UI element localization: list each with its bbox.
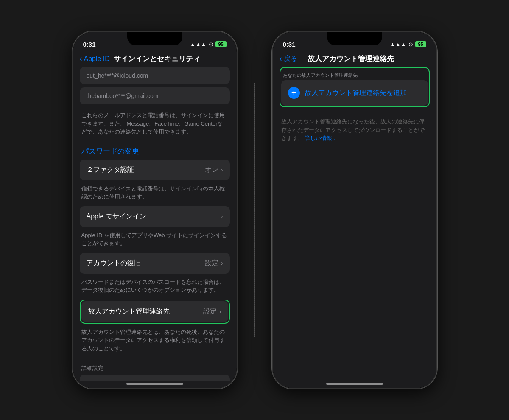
- right-wifi-icon: ⊙: [408, 41, 413, 48]
- right-back-button[interactable]: ‹ 戻る: [280, 54, 297, 63]
- back-chevron-icon: ‹: [80, 54, 82, 63]
- email-item-2: thebamboo****@gmail.com: [80, 87, 230, 104]
- legacy-contact-item[interactable]: 故人アカウント管理連絡先 設定 ›: [81, 301, 228, 322]
- left-screen: 0:31 ▲▲▲ ⊙ 95 ‹ Apple ID サインインとセキュリティ ou…: [73, 32, 237, 388]
- notch: [127, 32, 182, 45]
- account-recovery-item[interactable]: アカウントの復旧 設定 ›: [80, 253, 230, 274]
- battery-indicator: 95: [215, 41, 227, 47]
- two-factor-chevron-icon: ›: [221, 166, 223, 173]
- left-phone: 0:31 ▲▲▲ ⊙ 95 ‹ Apple ID サインインとセキュリティ ou…: [72, 31, 238, 389]
- legacy-contact-label: 故人アカウント管理連絡先: [88, 307, 170, 316]
- content-area: out_he****@icloud.com thebamboo****@gmai…: [73, 67, 237, 381]
- status-icons: ▲▲▲ ⊙ 95: [190, 41, 227, 48]
- account-recovery-right: 設定 ›: [205, 259, 223, 268]
- apple-signin-item[interactable]: Apple でサインイン ›: [80, 206, 230, 227]
- apple-signin-right: ›: [221, 213, 223, 220]
- right-back-label: 戻る: [284, 54, 297, 63]
- right-status-icons: ▲▲▲ ⊙ 95: [390, 41, 426, 48]
- add-contact-button[interactable]: + 故人アカウント管理連絡先を追加: [281, 80, 428, 106]
- account-recovery-desc: パスワードまたはデバイスのパスコードを忘れた場合は、データ復旧のためにいくつかの…: [80, 275, 230, 300]
- right-nav-bar: ‹ 戻る 故人アカウント管理連絡先: [273, 52, 436, 67]
- legacy-contact-right: 設定 ›: [203, 307, 221, 316]
- email-2-text: thebamboo****@gmail.com: [87, 92, 159, 99]
- apple-signin-label: Apple でサインイン: [87, 212, 146, 221]
- account-recovery-label: アカウントの復旧: [87, 259, 141, 268]
- email-item-1: out_he****@icloud.com: [80, 67, 230, 84]
- right-content-area: あなたの故人アカウント管理連絡先 + 故人アカウント管理連絡先を追加 故人アカウ…: [273, 67, 436, 381]
- auto-auth-toggle[interactable]: [201, 381, 223, 381]
- legacy-contact-desc: 故人アカウント管理連絡先とは、あなたの死後、あなたのアカウントのデータにアクセス…: [80, 325, 230, 358]
- right-desc-content: 故人アカウント管理連絡先になった後、故人の連絡先に保存されたデータにアクセスして…: [281, 118, 425, 141]
- right-battery-indicator: 95: [415, 41, 426, 47]
- status-time: 0:31: [83, 41, 96, 48]
- right-phone: 0:31 ▲▲▲ ⊙ 95 ‹ 戻る 故人アカウント管理連絡先 あなたの故人アカ…: [272, 31, 437, 389]
- plus-icon: +: [288, 87, 300, 99]
- signal-icon: ▲▲▲: [190, 41, 207, 48]
- right-signal-icon: ▲▲▲: [390, 41, 406, 48]
- email-1-text: out_he****@icloud.com: [87, 72, 148, 79]
- right-learn-more-link[interactable]: 詳しい情報...: [305, 135, 337, 141]
- email-info-text: これらのメールアドレスと電話番号は、サインインに使用できます。また、iMessa…: [80, 108, 230, 143]
- nav-title: サインインとセキュリティ: [114, 54, 226, 64]
- legacy-contact-value: 設定: [203, 307, 217, 316]
- account-recovery-value: 設定: [205, 259, 218, 268]
- two-factor-label: ２ファクタ認証: [87, 165, 134, 174]
- password-section-header[interactable]: パスワードの変更: [80, 143, 230, 160]
- two-factor-value: オン: [205, 165, 218, 174]
- two-factor-desc: 信頼できるデバイスと電話番号は、サインイン時の本人確認のために使用されます。: [80, 182, 230, 206]
- back-label: Apple ID: [84, 55, 110, 63]
- right-back-chevron-icon: ‹: [280, 54, 282, 63]
- right-desc-text: 故人アカウント管理連絡先になった後、故人の連絡先に保存されたデータにアクセスして…: [280, 114, 430, 148]
- home-indicator: [126, 383, 183, 385]
- legacy-contact-chevron-icon: ›: [219, 308, 221, 315]
- advanced-section-label: 詳細設定: [80, 358, 230, 375]
- small-header-text: あなたの故人アカウント管理連絡先: [281, 69, 428, 80]
- right-home-indicator: [326, 383, 383, 385]
- right-screen: 0:31 ▲▲▲ ⊙ 95 ‹ 戻る 故人アカウント管理連絡先 あなたの故人アカ…: [273, 32, 436, 388]
- back-button[interactable]: ‹ Apple ID: [80, 54, 110, 63]
- two-factor-item[interactable]: ２ファクタ認証 オン ›: [80, 160, 230, 180]
- apple-signin-chevron-icon: ›: [221, 213, 223, 220]
- wifi-icon: ⊙: [209, 41, 213, 48]
- nav-bar: ‹ Apple ID サインインとセキュリティ: [73, 52, 237, 67]
- add-contact-label: 故人アカウント管理連絡先を追加: [305, 89, 407, 98]
- legacy-contact-highlight: 故人アカウント管理連絡先 設定 ›: [80, 300, 230, 324]
- add-contact-highlight: あなたの故人アカウント管理連絡先 + 故人アカウント管理連絡先を追加: [280, 67, 430, 107]
- apple-signin-desc: Apple ID を使用してアプリやWeb サイトにサインインすることができます…: [80, 229, 230, 253]
- auto-auth-item[interactable]: 自動認証: [80, 375, 230, 381]
- two-factor-right: オン ›: [205, 165, 223, 174]
- right-status-time: 0:31: [283, 41, 296, 48]
- right-notch: [327, 32, 382, 45]
- phone-divider: [255, 83, 255, 337]
- right-nav-title: 故人アカウント管理連絡先: [308, 54, 420, 64]
- account-recovery-chevron-icon: ›: [221, 260, 223, 266]
